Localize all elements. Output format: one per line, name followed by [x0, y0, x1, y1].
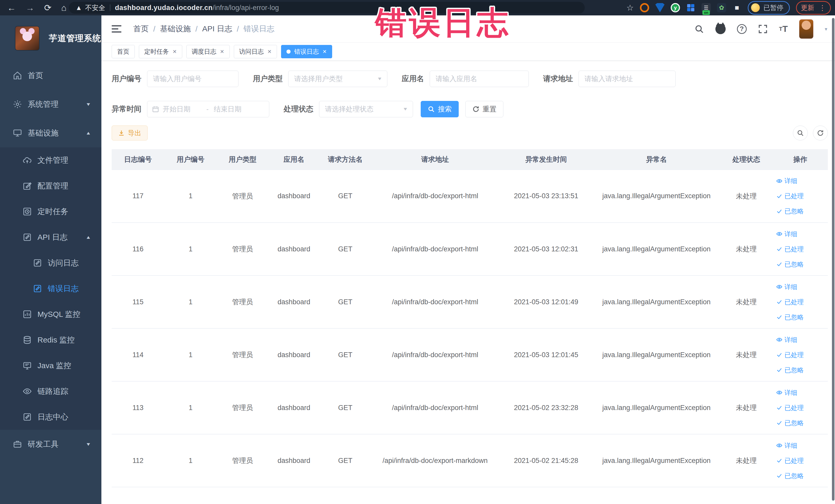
close-icon[interactable]: ✕ [267, 48, 272, 55]
scrollbar-thumb[interactable] [832, 18, 834, 501]
sidebar-item-scheduled-tasks[interactable]: 定时任务 [0, 199, 101, 224]
tab-error-log[interactable]: 错误日志✕ [281, 45, 332, 58]
fullscreen-icon[interactable] [758, 24, 768, 34]
profile-paused-chip[interactable]: 已暂停 [748, 1, 790, 15]
extension-shield-icon[interactable] [655, 3, 665, 12]
chevron-down-icon[interactable]: ▾ [825, 26, 827, 32]
refresh-table-button[interactable] [813, 125, 828, 140]
detail-link[interactable]: 详细 [776, 177, 797, 185]
home-icon[interactable]: ⌂ [61, 3, 67, 12]
app-name-field[interactable] [430, 70, 529, 87]
collapse-sidebar-icon[interactable] [111, 23, 121, 35]
close-icon[interactable]: ✕ [322, 48, 327, 55]
address-bar[interactable]: ▲ 不安全 dashboard.yudao.iocoder.cn /infra/… [69, 2, 585, 14]
process-status-select[interactable]: ▼ [319, 101, 413, 117]
end-date-input[interactable] [214, 101, 252, 117]
process-status-input[interactable] [319, 101, 413, 117]
col-user-id: 用户编号 [164, 149, 217, 170]
tab-home[interactable]: 首页 [111, 45, 135, 58]
sidebar-item-infrastructure[interactable]: 基础设施 ▲ [0, 119, 101, 147]
exception-time-range[interactable]: - [147, 101, 269, 117]
back-icon[interactable]: ← [7, 3, 16, 12]
start-date-input[interactable] [163, 101, 201, 117]
help-icon[interactable]: ? [737, 24, 747, 34]
sidebar-item-home[interactable]: 首页 [0, 61, 101, 90]
kebab-menu-icon[interactable]: ⋮ [819, 4, 826, 12]
security-label[interactable]: 不安全 [85, 3, 105, 12]
sidebar-item-redis-monitor[interactable]: Redis 监控 [0, 327, 101, 353]
chrome-update-chip[interactable]: 更新 ⋮ [796, 1, 831, 15]
tab-schedule-log[interactable]: 调度日志✕ [186, 45, 230, 58]
detail-link[interactable]: 详细 [776, 230, 797, 238]
gear-icon [13, 100, 22, 109]
mark-processed-link[interactable]: 已处理 [776, 404, 804, 412]
extension-leaf-icon[interactable]: ✿ [717, 3, 726, 12]
detail-link[interactable]: 详细 [776, 441, 797, 450]
detail-link[interactable]: 详细 [776, 283, 797, 291]
mark-processed-link[interactable]: 已处理 [776, 245, 804, 254]
mark-ignored-link[interactable]: 已忽略 [776, 472, 804, 480]
mark-processed-link[interactable]: 已处理 [776, 351, 804, 359]
close-icon[interactable]: ✕ [172, 48, 177, 55]
extension-grid-icon[interactable] [686, 3, 695, 12]
request-url-input[interactable] [579, 71, 675, 87]
col-user-type: 用户类型 [217, 149, 268, 170]
font-size-icon[interactable]: TT [779, 24, 788, 34]
sidebar-item-java-monitor[interactable]: Java 监控 [0, 353, 101, 379]
detail-link[interactable]: 详细 [776, 336, 797, 344]
close-icon[interactable]: ✕ [220, 48, 224, 55]
app-name-input[interactable] [430, 71, 529, 87]
sidebar-item-error-log[interactable]: 错误日志 [0, 276, 101, 301]
sidebar-item-access-log[interactable]: 访问日志 [0, 250, 101, 276]
user-id-cell: 1 [164, 381, 217, 434]
mark-processed-link[interactable]: 已处理 [776, 457, 804, 465]
col-exception-name: 异常名 [593, 149, 720, 170]
mark-ignored-link[interactable]: 已忽略 [776, 260, 804, 268]
sidebar-item-api-log[interactable]: API 日志 ▲ [0, 224, 101, 250]
user-avatar[interactable] [799, 19, 813, 39]
extensions-puzzle-icon[interactable]: ■ [732, 3, 741, 12]
mark-processed-link[interactable]: 已处理 [776, 192, 804, 200]
sidebar-item-mysql-monitor[interactable]: MySQL 监控 [0, 301, 101, 327]
extension-switch-icon[interactable]: ☰ on [701, 3, 711, 12]
user-type-select[interactable]: ▼ [288, 70, 387, 87]
sidebar-item-tracing[interactable]: 链路追踪 [0, 379, 101, 404]
col-status: 处理状态 [720, 149, 773, 170]
user-type-input[interactable] [288, 71, 387, 87]
sidebar-item-config-management[interactable]: 配置管理 [0, 173, 101, 199]
extension-orange-icon[interactable] [640, 3, 649, 12]
tab-access-log[interactable]: 访问日志✕ [234, 45, 277, 58]
sidebar-item-dev-tools[interactable]: 研发工具 ▼ [0, 430, 101, 459]
reload-icon[interactable]: ⟳ [44, 3, 52, 12]
extension-green-icon[interactable]: y [671, 3, 680, 12]
sidebar-item-system-management[interactable]: 系统管理 ▼ [0, 90, 101, 119]
tab-scheduled-tasks[interactable]: 定时任务✕ [139, 45, 182, 58]
breadcrumb-api-log[interactable]: API 日志 [202, 24, 232, 34]
user-id-field[interactable] [147, 70, 239, 87]
user-id-input[interactable] [147, 71, 238, 87]
mark-ignored-link[interactable]: 已忽略 [776, 313, 804, 321]
bookmark-star-icon[interactable]: ☆ [626, 3, 634, 13]
app-logo-row[interactable]: 芋道管理系统 [0, 15, 101, 54]
mark-processed-link[interactable]: 已处理 [776, 298, 804, 306]
eye-icon [776, 231, 782, 237]
sidebar-item-file-management[interactable]: 文件管理 [0, 147, 101, 173]
search-button[interactable]: 搜索 [421, 101, 459, 117]
app-name-cell: dashboard [268, 223, 320, 276]
forward-icon[interactable]: → [26, 3, 34, 12]
github-icon[interactable] [715, 24, 726, 34]
mark-ignored-link[interactable]: 已忽略 [776, 366, 804, 374]
search-icon[interactable] [694, 24, 704, 34]
mark-ignored-link[interactable]: 已忽略 [776, 419, 804, 427]
reset-button[interactable]: 重置 [465, 101, 503, 117]
sidebar-item-log-center[interactable]: 日志中心 [0, 404, 101, 430]
breadcrumb-home[interactable]: 首页 [133, 24, 149, 34]
breadcrumb-infrastructure[interactable]: 基础设施 [160, 24, 191, 34]
mark-ignored-link[interactable]: 已忽略 [776, 207, 804, 216]
request-url-field[interactable] [578, 70, 676, 87]
detail-link[interactable]: 详细 [776, 388, 797, 397]
export-button[interactable]: 导出 [111, 125, 148, 140]
toggle-search-button[interactable] [793, 125, 808, 140]
calendar-icon [152, 105, 159, 113]
app-name-cell: dashboard [268, 276, 320, 328]
